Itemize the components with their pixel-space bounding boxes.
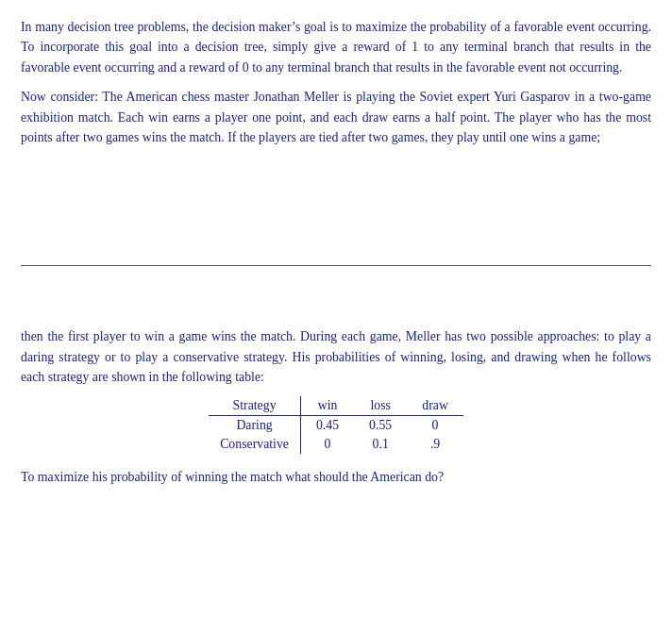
paragraph-4: To maximize his probability of winning t… — [21, 467, 651, 487]
text-block-bottom: then the first player to win a game wins… — [21, 326, 651, 387]
row-daring-loss: 0.55 — [354, 416, 407, 436]
page-container: In many decision tree problems, the deci… — [0, 0, 672, 617]
horizontal-divider — [21, 265, 651, 266]
table-section: Strategy win loss draw Daring 0.45 0.55 … — [21, 396, 651, 454]
table-header-row: Strategy win loss draw — [209, 396, 463, 416]
row-label-conservative: Conservative — [209, 435, 300, 454]
row-daring-win: 0.45 — [300, 416, 354, 436]
row-conservative-draw: .9 — [407, 435, 463, 454]
row-conservative-loss: 0.1 — [354, 435, 407, 454]
divider-area — [21, 157, 651, 270]
table-row-daring: Daring 0.45 0.55 0 — [209, 416, 463, 436]
paragraph-1: In many decision tree problems, the deci… — [21, 17, 651, 77]
table-row-conservative: Conservative 0 0.1 .9 — [209, 435, 463, 454]
strategy-table: Strategy win loss draw Daring 0.45 0.55 … — [209, 396, 463, 454]
paragraph-3: then the first player to win a game wins… — [21, 326, 651, 387]
text-block-question: To maximize his probability of winning t… — [21, 467, 651, 487]
row-label-daring: Daring — [209, 416, 300, 436]
col-header-win: win — [300, 396, 354, 416]
col-header-loss: loss — [354, 396, 407, 416]
col-header-draw: draw — [407, 396, 463, 416]
spacer — [21, 270, 651, 326]
col-header-strategy: Strategy — [209, 396, 300, 416]
text-block-top: In many decision tree problems, the deci… — [21, 17, 651, 147]
row-conservative-win: 0 — [300, 435, 354, 454]
row-daring-draw: 0 — [407, 416, 463, 436]
paragraph-2: Now consider: The American chess master … — [21, 87, 651, 147]
